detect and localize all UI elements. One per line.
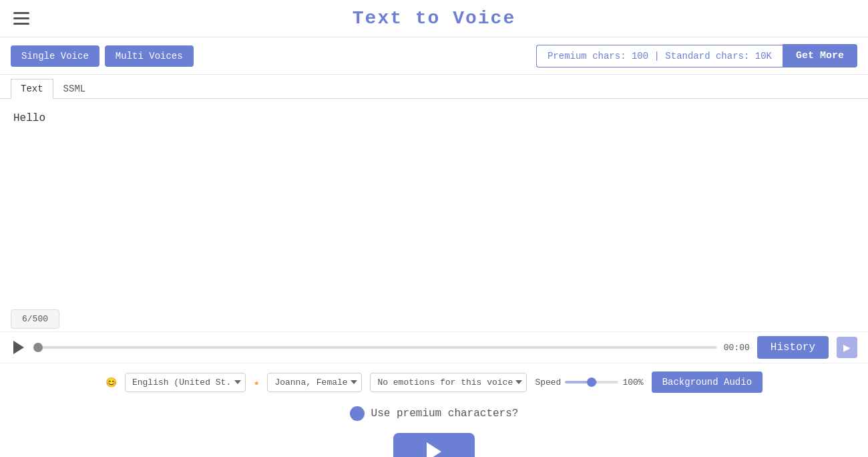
hamburger-button[interactable]: [11, 9, 32, 27]
page-title: Text to Voice: [353, 8, 515, 29]
speed-label: Speed: [535, 377, 561, 388]
hamburger-line-3: [13, 23, 29, 25]
toolbar-voice-buttons: Single Voice Multi Voices: [11, 45, 194, 67]
play-icon-small: [13, 341, 24, 354]
text-editor-container: Hello: [0, 99, 868, 307]
speed-value-display: 100%: [622, 377, 643, 388]
time-display: 00:00: [724, 343, 750, 353]
arrow-right-button[interactable]: ▶: [837, 337, 857, 358]
seek-bar-container: [33, 346, 717, 349]
play-button-small[interactable]: [11, 338, 27, 357]
tab-ssml[interactable]: SSML: [53, 79, 96, 98]
language-emoji-icon: 😊: [105, 377, 117, 388]
emotion-select[interactable]: No emotions for this voice: [370, 373, 527, 392]
settings-bar: 😊 English (United St. ★ Joanna, Female N…: [0, 363, 868, 401]
tabs-bar: Text SSML: [0, 75, 868, 99]
get-more-button[interactable]: Get More: [783, 44, 857, 67]
tab-text[interactable]: Text: [11, 79, 53, 99]
player-bar: 00:00 History ▶: [0, 331, 868, 363]
premium-label: Use premium characters?: [371, 408, 519, 420]
toolbar: Single Voice Multi Voices Premium chars:…: [0, 37, 868, 75]
play-large-container: [0, 426, 868, 457]
header: Text to Voice: [0, 0, 868, 37]
premium-row: Use premium characters?: [0, 401, 868, 426]
speed-control: Speed 100%: [535, 377, 643, 388]
chars-display: Premium chars: 100 | Standard chars: 10K: [536, 45, 783, 67]
history-button[interactable]: History: [757, 336, 829, 359]
language-select[interactable]: English (United St.: [125, 373, 246, 392]
hamburger-line-1: [13, 12, 29, 14]
char-counter: 6/500: [11, 309, 59, 329]
multi-voices-button[interactable]: Multi Voices: [105, 45, 194, 67]
toolbar-chars: Premium chars: 100 | Standard chars: 10K…: [536, 44, 857, 67]
hamburger-line-2: [13, 17, 29, 19]
seek-bar[interactable]: [33, 346, 717, 349]
single-voice-button[interactable]: Single Voice: [11, 45, 99, 67]
voice-star-icon: ★: [254, 377, 259, 388]
premium-toggle[interactable]: [350, 406, 365, 421]
play-large-icon: [427, 442, 441, 457]
text-input[interactable]: Hello: [11, 110, 857, 303]
play-large-button[interactable]: [393, 433, 475, 457]
speed-slider[interactable]: [565, 381, 618, 384]
voice-select[interactable]: Joanna, Female: [267, 373, 362, 392]
background-audio-button[interactable]: Background Audio: [652, 371, 763, 393]
